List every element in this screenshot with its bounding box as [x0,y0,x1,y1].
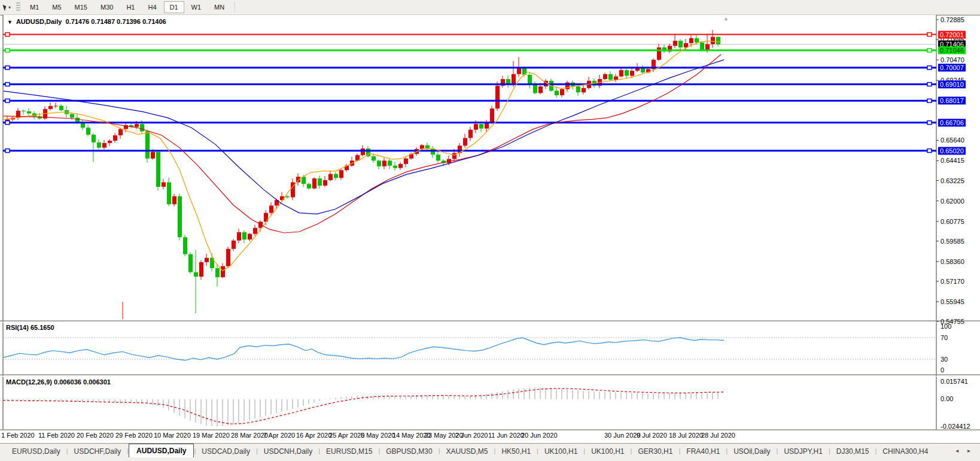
timeframe-button-M5[interactable]: M5 [46,1,67,13]
tab-usoil-daily[interactable]: USOil,Daily [728,445,776,457]
price-tick-0.59585: 0.59585 [941,237,964,245]
date-tick: 9 Jul 2020 [637,432,667,439]
candle [59,106,63,111]
date-tick: 5 May 2020 [361,432,395,439]
hline-handle[interactable] [5,149,10,153]
candle [382,160,386,166]
tab-usdchf-daily[interactable]: USDCHF,Daily [68,445,127,457]
hline-handle[interactable] [5,33,10,37]
date-tick: 18 Jul 2020 [669,432,703,439]
tab-eurusd-m15[interactable]: EURUSD,M15 [320,445,378,457]
hline-handle[interactable] [927,48,932,52]
price-tick-0.55945: 0.55945 [941,298,964,305]
hline-handle[interactable] [927,33,932,37]
candle [135,124,139,127]
cursor-tool-icon [2,4,7,11]
date-tick: 2 Jun 2020 [455,432,488,439]
tab-usdcad-daily[interactable]: USDCAD,Daily [196,445,256,457]
hline-handle[interactable] [5,83,10,86]
chart-symbol-period: AUDUSD,Daily [16,18,62,25]
hline-handle[interactable] [5,48,10,52]
candle [226,249,230,266]
price-tag-0.71046: 0.71046 [938,47,966,54]
candle [70,114,74,117]
tab-hk50-h1[interactable]: HK50,H1 [495,445,537,457]
timeframe-button-M30[interactable]: M30 [95,1,119,13]
tab-xauusd-m5[interactable]: XAUUSD,M5 [440,445,494,457]
candle [555,91,559,96]
tab-usdcnh-daily[interactable]: USDCNH,Daily [258,445,318,457]
indicator-tick-0.015741: 0.015741 [941,378,968,386]
hline-handle[interactable] [5,99,10,102]
candle [684,43,688,47]
tab-eurusd-daily[interactable]: EURUSD,Daily [6,445,66,457]
hline-handle[interactable] [927,99,932,102]
candle [468,130,473,138]
indicator-tick--0.024412: -0.024412 [941,423,970,430]
tab-dj30-m15[interactable]: DJ30,M15 [830,445,875,457]
indicator-tick-100: 100 [941,323,951,330]
tab-uk100-h1[interactable]: UK100,H1 [538,445,583,457]
price-tick-0.60775: 0.60775 [941,217,964,225]
date-tick: 11 Feb 2020 [38,432,75,439]
hline-handle[interactable] [927,66,932,69]
candle [388,160,392,165]
timeframe-button-M1[interactable]: M1 [24,1,45,13]
timeframe-button-H1[interactable]: H1 [120,1,141,13]
candle [232,241,236,249]
tab-fra40-h1[interactable]: FRA40,H1 [680,445,726,457]
hline-handle[interactable] [5,121,10,125]
timeframe-button-W1[interactable]: W1 [185,1,208,13]
candle [328,174,333,180]
tab-usdjpy-h1[interactable]: USDJPY,H1 [778,445,828,457]
date-tick: 29 Feb 2020 [115,432,153,439]
timeframe-button-D1[interactable]: D1 [164,1,184,13]
date-tick: 25 Apr 2020 [329,432,364,439]
tab-scroll-arrows[interactable]: ◂ ▸ [955,447,974,454]
hline-handle[interactable] [5,66,10,69]
tab-audusd-daily[interactable]: AUDUSD,Daily [129,444,194,457]
tab-china300-h4[interactable]: CHINA300,H4 [876,445,934,457]
price-tick-0.58360: 0.58360 [941,257,964,265]
collapse-triangle-icon[interactable]: ▼ [7,19,13,25]
candle [393,166,397,168]
candle [625,70,629,75]
candle [199,262,203,277]
timeframe-button-H4[interactable]: H4 [142,1,162,13]
candle [700,43,704,50]
date-tick: 20 Jun 2020 [521,432,558,439]
price-tag-0.72001: 0.72001 [938,31,966,38]
hline-handle[interactable] [927,149,932,153]
price-tick-0.65640: 0.65640 [941,137,964,144]
candle [678,41,683,47]
tab-uk100-h1[interactable]: UK100,H1 [585,445,630,457]
date-tick: 28 Jul 2020 [701,432,735,439]
candle [183,237,187,254]
candle [307,184,311,189]
candle [54,106,58,107]
price-tick-0.70470: 0.70470 [941,56,964,64]
candle [711,37,715,44]
candle [113,135,117,141]
candle [436,154,440,160]
price-tag-0.68017: 0.68017 [938,97,966,105]
candle [151,152,155,159]
chart-canvas[interactable] [0,15,980,456]
candle [27,111,31,113]
candle [490,108,494,123]
timeframe-button-MN[interactable]: MN [208,1,230,13]
timeframe-button-M15[interactable]: M15 [69,1,93,13]
candle [479,124,483,129]
candle [140,124,144,131]
date-tick: 1 Feb 2020 [1,432,35,439]
candle [533,85,537,93]
candle [188,254,193,272]
tab-ger30-h1[interactable]: GER30,H1 [632,445,678,457]
chart-shift-marker-icon[interactable]: ▲ [723,16,729,22]
hline-handle[interactable] [927,83,932,86]
tab-gbpusd-m30[interactable]: GBPUSD,M30 [380,445,438,457]
candle [582,88,586,92]
hline-handle[interactable] [927,121,932,125]
candle [205,258,209,262]
chart-cursor-tool-button[interactable]: ▾ [0,1,13,13]
